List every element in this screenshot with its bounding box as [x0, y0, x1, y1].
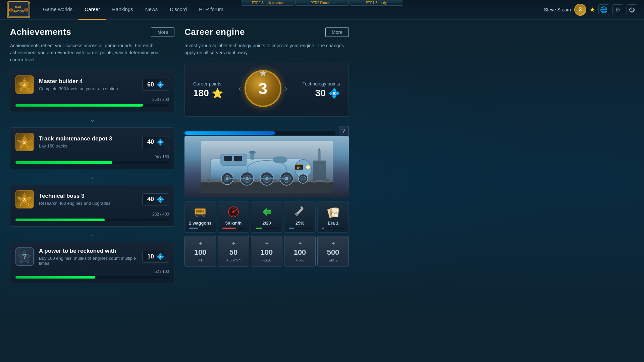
- logo-badge: RAIL NATION: [7, 1, 30, 18]
- achievement-badge: 3: [15, 190, 34, 208]
- career-engine-more-button[interactable]: More: [325, 27, 349, 37]
- achievement-progress-bar: [15, 161, 169, 164]
- svg-rect-63: [318, 150, 320, 160]
- achievement-progress-bar: [15, 219, 169, 221]
- upgrade-slots-btn[interactable]: ✦ 100 +1/20: [251, 236, 282, 266]
- achievement-desc: Research 400 engines and upgrades: [39, 201, 137, 206]
- engine-stat-era: ACE Era 1: [317, 201, 349, 233]
- technology-points-label: Technology points: [303, 81, 340, 86]
- svg-text:3: 3: [23, 197, 26, 202]
- achievement-progress-bar: [15, 104, 169, 107]
- upgrade-cost: 100: [194, 248, 207, 257]
- upgrade-effect: +1/20: [262, 258, 271, 262]
- top-navigation: RAIL NATION PTR2 Sneak preview PTR2 Pion…: [0, 0, 644, 20]
- era-bar: [322, 228, 344, 229]
- era-icon: ACE: [327, 205, 339, 219]
- career-points-gem: ⭐: [212, 88, 223, 99]
- banner-ptr2-sneak[interactable]: PTR2 Sneak preview: [241, 0, 294, 6]
- achievement-desc: Complete 300 levels on your train statio…: [39, 86, 137, 91]
- level-progress-fill: [184, 131, 275, 135]
- train-image: E4: [184, 136, 349, 198]
- achievement-progress-label: 250 / 300: [15, 97, 169, 102]
- achievements-list: 4 Master builder 4 Complete 300 levels o…: [10, 70, 174, 284]
- career-points-label: Career points: [193, 81, 223, 86]
- banner-ptr1-speedy[interactable]: PTR1 Speedy: [350, 0, 403, 6]
- nav-news[interactable]: News: [139, 0, 164, 20]
- medal-star-icon: ★: [259, 69, 267, 78]
- help-button[interactable]: ?: [339, 126, 349, 136]
- svg-rect-67: [199, 210, 202, 213]
- achievement-points: 40 💠: [142, 136, 169, 148]
- svg-rect-30: [326, 179, 329, 183]
- svg-text:RAIL: RAIL: [15, 6, 22, 9]
- upgrade-speed-btn[interactable]: ✦ 50 + 5 km/h: [218, 236, 249, 266]
- career-stats: Career points 180 ⭐ ‹ ★ 3 › Technology p…: [184, 63, 349, 117]
- achievement-progress-label: 94 / 150: [15, 155, 169, 159]
- slots-value: 2/20: [262, 221, 271, 226]
- research-bar: [289, 228, 311, 229]
- svg-point-80: [296, 214, 298, 216]
- achievement-desc: Lay 150 tracks: [39, 143, 137, 148]
- power-btn[interactable]: ⏻: [627, 4, 637, 15]
- career-level-section: ‹ ★ 3 ›: [238, 70, 287, 107]
- waggons-icon: [194, 205, 206, 219]
- svg-rect-62: [321, 167, 323, 171]
- engine-stat-research: 25%: [284, 201, 316, 233]
- nav-rankings[interactable]: Rankings: [106, 0, 139, 20]
- user-star-icon: ★: [590, 6, 595, 13]
- svg-rect-21: [207, 179, 210, 183]
- waggons-value: 2 waggons: [189, 221, 211, 226]
- achievement-name: Track maintenance depot 3: [39, 135, 137, 142]
- svg-rect-60: [321, 162, 323, 166]
- level-progress-row: ?: [184, 123, 349, 136]
- technology-points-section: Technology points 30 💠: [303, 81, 340, 99]
- banner-ptr2-pioneers[interactable]: PTR2 Pioneers: [295, 0, 349, 6]
- svg-point-70: [202, 214, 205, 217]
- slots-icon: [261, 205, 273, 219]
- svg-rect-59: [316, 162, 319, 166]
- logo[interactable]: RAIL NATION: [7, 1, 30, 18]
- career-level-prev[interactable]: ‹: [238, 84, 241, 93]
- upgrade-cost: 100: [294, 248, 306, 257]
- research-icon: [294, 205, 306, 219]
- nav-game-worlds[interactable]: Game worlds: [37, 0, 78, 20]
- achievements-header: Achievements More: [10, 27, 174, 37]
- nav-ptr-forum[interactable]: PTR forum: [193, 0, 229, 20]
- era-value: Era 1: [328, 221, 338, 226]
- engine-stats: 2 waggons: [184, 201, 349, 233]
- upgrade-research-btn[interactable]: ✦ 100 + 5%: [284, 236, 316, 266]
- upgrade-effect: + 5 km/h: [226, 258, 241, 262]
- svg-rect-66: [196, 210, 199, 213]
- top-banners: PTR2 Sneak preview PTR2 Pioneers PTR1 Sp…: [241, 0, 403, 6]
- achievement-points: 10 💠: [142, 251, 169, 263]
- engine-stat-speed: 50 km/h: [218, 201, 249, 233]
- points-gem-icon: 💠: [157, 196, 164, 203]
- achievement-top: 4 Master builder 4 Complete 300 levels o…: [15, 75, 169, 94]
- language-btn[interactable]: 🌐: [598, 4, 609, 15]
- svg-text:NATION: NATION: [13, 10, 24, 13]
- achievements-more-button[interactable]: More: [151, 27, 174, 37]
- career-engine-panel: Career engine More Invest your available…: [184, 27, 349, 355]
- nav-career[interactable]: Career: [78, 0, 106, 20]
- achievement-expand-3[interactable]: ⌄: [10, 229, 174, 239]
- speed-value: 50 km/h: [225, 221, 241, 226]
- career-level-next[interactable]: ›: [285, 84, 287, 93]
- achievements-description: Achievements reflect your success across…: [10, 42, 174, 63]
- level-progress-bar: [184, 131, 335, 135]
- achievement-expand-2[interactable]: ⌄: [10, 172, 174, 182]
- achievement-name: Master builder 4: [39, 78, 137, 85]
- achievement-progress-fill: [15, 276, 95, 279]
- upgrade-waggons-btn[interactable]: ✦ 100 +1: [184, 236, 216, 266]
- achievement-points: 40 💠: [142, 193, 169, 205]
- achievement-expand-1[interactable]: ⌄: [10, 115, 174, 125]
- research-value: 25%: [296, 221, 304, 226]
- nav-discord[interactable]: Discord: [164, 0, 193, 20]
- svg-point-69: [196, 214, 198, 217]
- points-gem-icon: 💠: [157, 81, 164, 88]
- settings-btn[interactable]: ⚙: [612, 4, 623, 15]
- svg-point-5: [24, 8, 28, 11]
- upgrade-effect: Era 2: [329, 258, 337, 262]
- technology-points-value: 30 💠: [315, 88, 340, 99]
- upgrade-era-btn[interactable]: ✦ 500 Era 2: [317, 236, 349, 266]
- achievement-top: 3 Technical boss 3 Research 400 engines …: [15, 190, 169, 208]
